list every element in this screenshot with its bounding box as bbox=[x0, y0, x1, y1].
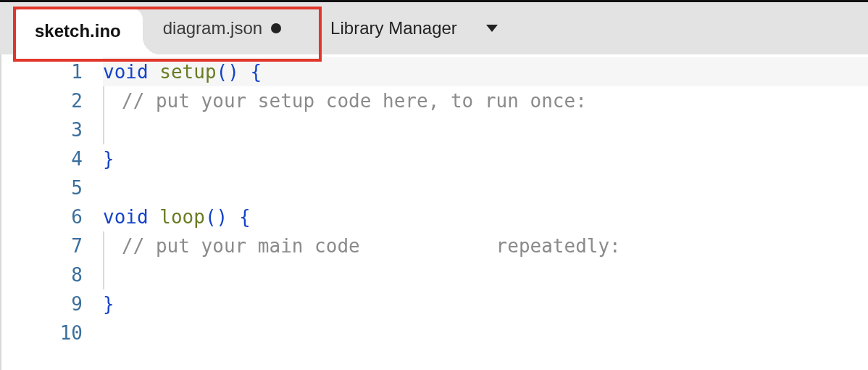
chevron-down-icon bbox=[486, 25, 498, 32]
line-number: 1 bbox=[1, 57, 83, 86]
token-function: setup bbox=[159, 61, 216, 83]
token-brace: } bbox=[103, 293, 114, 315]
menu-label: Library Manager bbox=[330, 18, 457, 38]
code-line[interactable]: } bbox=[103, 144, 868, 173]
line-number: 5 bbox=[1, 173, 83, 202]
line-number: 4 bbox=[1, 144, 83, 173]
code-line[interactable] bbox=[103, 318, 868, 348]
tab-bar: sketch.ino diagram.json Library Manager bbox=[0, 2, 868, 54]
token-space bbox=[239, 61, 251, 83]
token-space bbox=[149, 61, 160, 83]
token-function: loop bbox=[159, 206, 205, 228]
token-keyword: void bbox=[103, 61, 149, 83]
code-content[interactable]: void setup() { // put your setup code he… bbox=[103, 54, 868, 370]
token-comment: // put your main code bbox=[122, 235, 360, 257]
tab-label: diagram.json bbox=[163, 18, 262, 38]
code-line[interactable] bbox=[103, 115, 868, 144]
token-paren: () bbox=[205, 206, 228, 228]
line-number: 9 bbox=[1, 289, 83, 318]
token-brace: { bbox=[251, 61, 262, 83]
token-space bbox=[228, 206, 239, 228]
token-brace: { bbox=[239, 206, 251, 228]
indent-guide-icon bbox=[103, 231, 104, 260]
line-number: 7 bbox=[1, 231, 83, 260]
unsaved-dot-icon bbox=[271, 23, 281, 33]
indent-guide-icon bbox=[103, 115, 104, 144]
line-number: 2 bbox=[1, 86, 83, 115]
code-line[interactable]: // put your main code repeatedly: bbox=[103, 231, 868, 260]
code-line[interactable]: void setup() { bbox=[103, 57, 868, 86]
token-comment: repeatedly: bbox=[496, 235, 621, 257]
tab-sketch-ino[interactable]: sketch.ino bbox=[13, 8, 143, 54]
code-line[interactable]: // put your setup code here, to run once… bbox=[103, 86, 868, 115]
line-number-gutter: 1 2 3 4 5 6 7 8 9 10 bbox=[1, 54, 103, 370]
token-gap bbox=[360, 235, 496, 257]
token-paren: () bbox=[217, 61, 239, 83]
line-number: 8 bbox=[1, 260, 83, 289]
code-line[interactable] bbox=[103, 260, 868, 289]
tab-label: sketch.ino bbox=[35, 21, 121, 41]
code-line[interactable]: } bbox=[103, 289, 868, 318]
line-number: 3 bbox=[1, 115, 83, 144]
line-number: 10 bbox=[1, 318, 83, 348]
token-keyword: void bbox=[103, 206, 149, 228]
token-brace: } bbox=[103, 148, 114, 170]
code-editor[interactable]: 1 2 3 4 5 6 7 8 9 10 void setup() { // p… bbox=[0, 54, 868, 370]
indent-guide-icon bbox=[103, 86, 104, 115]
code-line[interactable] bbox=[103, 173, 868, 202]
code-line[interactable]: void loop() { bbox=[103, 202, 868, 231]
tab-diagram-json[interactable]: diagram.json bbox=[143, 2, 301, 54]
token-comment: // put your setup code here, to run once… bbox=[122, 90, 587, 112]
token-space bbox=[149, 206, 160, 228]
line-number: 6 bbox=[1, 202, 83, 231]
library-manager-menu[interactable]: Library Manager bbox=[301, 2, 517, 54]
indent-guide-icon bbox=[103, 260, 104, 289]
